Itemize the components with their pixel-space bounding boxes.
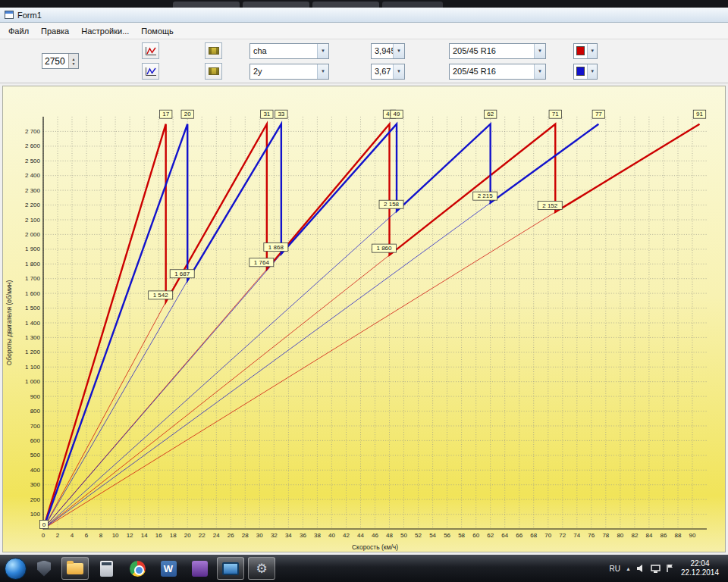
svg-text:49: 49 xyxy=(394,111,400,117)
svg-text:1 900: 1 900 xyxy=(25,246,41,252)
chevron-down-icon[interactable]: ▼ xyxy=(587,64,597,79)
svg-text:400: 400 xyxy=(30,467,41,474)
svg-text:66: 66 xyxy=(516,532,522,539)
svg-text:2: 2 xyxy=(56,532,60,539)
color-select-2[interactable]: ▼ xyxy=(573,64,598,80)
series-row-1: cha ▼ 3,945 ▼ 205/45 R16 ▼ ▼ xyxy=(100,42,598,59)
taskbar-shield-app[interactable] xyxy=(30,557,58,580)
chevron-down-icon[interactable]: ▼ xyxy=(393,64,404,79)
svg-text:77: 77 xyxy=(595,111,602,117)
menu-help[interactable]: Помощь xyxy=(135,24,180,38)
svg-text:17: 17 xyxy=(162,111,169,117)
svg-text:18: 18 xyxy=(170,532,177,539)
chevron-down-icon[interactable]: ▼ xyxy=(587,44,597,58)
tire-select-2[interactable]: 205/45 R16 ▼ xyxy=(449,64,546,80)
svg-text:2 300: 2 300 xyxy=(25,187,41,194)
svg-text:1 860: 1 860 xyxy=(377,245,393,252)
display-icon[interactable] xyxy=(651,565,661,573)
menu-settings[interactable]: Настройки... xyxy=(75,24,135,38)
gear-set-select-1[interactable]: cha ▼ xyxy=(249,43,329,59)
clock-date: 22.12.2014 xyxy=(681,568,719,577)
chevron-down-icon[interactable]: ▼ xyxy=(534,44,545,58)
svg-text:2 500: 2 500 xyxy=(25,158,41,164)
toolbar: 2750 ▲ ▼ xyxy=(0,39,728,83)
taskbar-explorer[interactable] xyxy=(61,557,89,580)
svg-text:32: 32 xyxy=(271,532,278,539)
svg-text:52: 52 xyxy=(415,532,422,539)
chart-button-1[interactable] xyxy=(142,42,159,59)
rpm-value[interactable]: 2750 xyxy=(42,54,68,68)
svg-text:82: 82 xyxy=(631,532,638,539)
gearbox-button-2[interactable] xyxy=(205,63,222,80)
svg-text:8: 8 xyxy=(99,532,103,539)
final-drive-select-2[interactable]: 3,67 ▼ xyxy=(371,64,405,80)
taskbar-chrome[interactable] xyxy=(124,557,151,580)
taskbar-monitor-app[interactable] xyxy=(217,557,244,580)
shield-icon xyxy=(37,561,51,577)
gearbox-icon xyxy=(209,47,219,55)
language-indicator[interactable]: RU xyxy=(610,565,620,573)
final-drive-select-1[interactable]: 3,945 ▼ xyxy=(371,43,405,59)
svg-text:0: 0 xyxy=(42,521,46,528)
chart-icon xyxy=(145,67,157,77)
svg-text:1 687: 1 687 xyxy=(174,271,190,277)
svg-text:71: 71 xyxy=(552,111,559,117)
flag-icon[interactable] xyxy=(666,564,674,573)
svg-text:10: 10 xyxy=(112,532,119,539)
svg-text:1 542: 1 542 xyxy=(153,292,169,299)
svg-text:6: 6 xyxy=(85,532,89,539)
background-tab[interactable] xyxy=(173,2,240,8)
svg-text:2 600: 2 600 xyxy=(25,142,41,149)
chevron-down-icon[interactable]: ▼ xyxy=(534,64,545,79)
rpm-spinner[interactable]: 2750 ▲ ▼ xyxy=(42,53,79,69)
series-color-swatch xyxy=(576,46,585,55)
background-tab[interactable] xyxy=(382,2,443,8)
svg-text:22: 22 xyxy=(199,532,206,539)
chevron-down-icon[interactable]: ▼ xyxy=(317,64,328,79)
svg-text:88: 88 xyxy=(675,532,682,539)
desktop: Form1 Файл Правка Настройки... Помощь 27… xyxy=(0,0,728,582)
calculator-icon xyxy=(100,561,113,577)
gear-set-select-2[interactable]: 2у ▼ xyxy=(249,64,329,80)
chevron-down-icon[interactable]: ▼ xyxy=(393,44,404,58)
menu-file[interactable]: Файл xyxy=(2,24,35,38)
svg-text:100: 100 xyxy=(30,511,41,518)
tire-select-1[interactable]: 205/45 R16 ▼ xyxy=(449,43,546,59)
chevron-down-icon[interactable]: ▼ xyxy=(317,44,328,58)
chart-button-2[interactable] xyxy=(142,63,159,80)
combo-value: 3,945 xyxy=(372,44,393,58)
gear-icon: ⚙ xyxy=(256,562,267,575)
tray-expand-icon[interactable]: ▲ xyxy=(626,566,631,571)
svg-text:34: 34 xyxy=(285,532,292,539)
taskbar-settings-app[interactable]: ⚙ xyxy=(248,557,275,580)
svg-text:1 400: 1 400 xyxy=(25,320,41,327)
title-bar[interactable]: Form1 xyxy=(0,8,728,23)
svg-text:2 000: 2 000 xyxy=(25,231,41,238)
svg-text:700: 700 xyxy=(30,423,41,430)
start-button[interactable] xyxy=(5,558,27,580)
svg-text:68: 68 xyxy=(530,532,537,539)
svg-text:24: 24 xyxy=(213,532,220,539)
menu-edit[interactable]: Правка xyxy=(35,24,75,38)
svg-text:4: 4 xyxy=(71,532,74,539)
gearbox-button-1[interactable] xyxy=(205,42,222,59)
combo-value: 3,67 xyxy=(372,64,393,79)
taskbar-media-app[interactable] xyxy=(186,557,213,580)
color-select-1[interactable]: ▼ xyxy=(573,43,598,59)
svg-text:72: 72 xyxy=(559,532,566,539)
svg-text:38: 38 xyxy=(314,532,321,539)
background-browser-tabs xyxy=(0,0,728,8)
svg-text:48: 48 xyxy=(386,532,393,539)
background-tab[interactable] xyxy=(243,2,309,8)
background-tab[interactable] xyxy=(312,2,379,8)
spinner-down-icon[interactable]: ▼ xyxy=(72,61,76,66)
taskbar-calculator[interactable] xyxy=(93,557,120,580)
svg-text:46: 46 xyxy=(372,532,378,539)
taskbar-word[interactable]: W xyxy=(155,557,182,580)
spinner-arrows[interactable]: ▲ ▼ xyxy=(68,54,78,68)
clock[interactable]: 22:04 22.12.2014 xyxy=(681,559,719,577)
svg-text:300: 300 xyxy=(30,481,41,488)
svg-text:76: 76 xyxy=(588,532,595,539)
svg-text:62: 62 xyxy=(487,111,494,117)
speaker-icon[interactable] xyxy=(636,564,645,573)
